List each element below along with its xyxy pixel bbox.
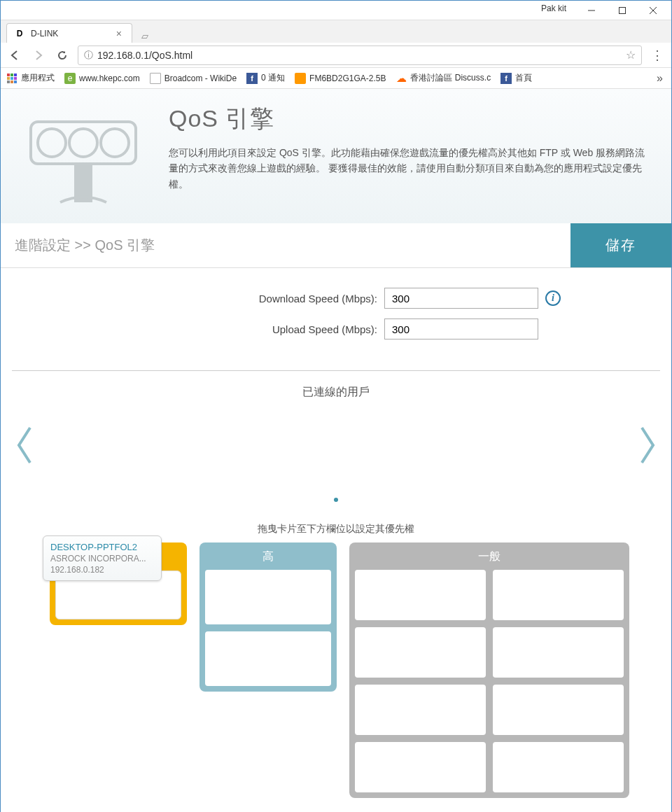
bookmark-apps[interactable]: 應用程式 xyxy=(6,72,55,84)
bookmark-star-icon[interactable]: ☆ xyxy=(626,48,636,62)
forward-button[interactable] xyxy=(30,47,47,64)
minimize-button[interactable] xyxy=(576,1,607,20)
save-button[interactable]: 儲存 xyxy=(570,223,671,267)
client-ip: 192.168.0.182 xyxy=(50,565,154,575)
bookmark-label: 應用程式 xyxy=(21,72,55,84)
drop-slot[interactable] xyxy=(355,627,486,678)
page-title: QoS 引擎 xyxy=(169,103,650,135)
bookmark-item[interactable]: ☁ 香港討論區 Discuss.c xyxy=(396,72,491,84)
svg-rect-7 xyxy=(7,77,10,80)
page-viewport[interactable]: QoS 引擎 您可以利用此項目來設定 QoS 引擎。此功能藉由確保您遊戲流量的優… xyxy=(1,89,671,812)
bookmarks-overflow-button[interactable]: » xyxy=(657,72,666,85)
site-icon: e xyxy=(64,73,76,84)
apps-icon xyxy=(6,73,18,84)
download-input[interactable] xyxy=(384,288,538,309)
divider xyxy=(12,370,660,371)
bookmark-item[interactable]: FM6BD2G1GA-2.5B xyxy=(295,73,386,84)
address-bar[interactable]: ⓘ 192.168.0.1/QoS.html ☆ xyxy=(78,46,642,65)
priority-high-label: 高 xyxy=(205,550,331,564)
client-vendor: ASROCK INCORPORA... xyxy=(50,554,154,564)
upload-row: Upload Speed (Mbps): xyxy=(15,318,657,340)
maximize-button[interactable] xyxy=(607,1,638,20)
page-content: QoS 引擎 您可以利用此項目來設定 QoS 引擎。此功能藉由確保您遊戲流量的優… xyxy=(1,89,671,812)
tab-close-button[interactable]: × xyxy=(113,28,125,39)
speed-form: Download Speed (Mbps): i Upload Speed (M… xyxy=(1,268,671,363)
download-row: Download Speed (Mbps): i xyxy=(15,288,657,309)
bookmark-label: Broadcom - WikiDe xyxy=(164,74,237,83)
svg-rect-8 xyxy=(10,77,13,80)
drop-slot[interactable] xyxy=(355,685,486,735)
bookmark-label: 首頁 xyxy=(515,72,532,84)
drop-slot[interactable] xyxy=(493,627,624,678)
client-card[interactable]: DESKTOP-PPTFOL2 ASROCK INCORPORA... 192.… xyxy=(43,536,162,581)
client-carousel xyxy=(1,414,671,484)
priority-normal-zone[interactable]: 一般 xyxy=(349,542,629,798)
browser-tab[interactable]: D D-LINK × xyxy=(6,23,132,43)
back-button[interactable] xyxy=(6,47,23,64)
close-window-button[interactable] xyxy=(638,1,668,20)
tab-title: D-LINK xyxy=(31,29,113,38)
drop-slot[interactable] xyxy=(355,570,486,620)
window-titlebar: Pak kit xyxy=(1,1,671,20)
client-card-wrapper: DESKTOP-PPTFOL2 ASROCK INCORPORA... 192.… xyxy=(50,542,187,625)
page-header: QoS 引擎 您可以利用此項目來設定 QoS 引擎。此功能藉由確保您遊戲流量的優… xyxy=(1,89,671,223)
svg-rect-12 xyxy=(14,80,17,83)
facebook-icon: f xyxy=(246,73,258,84)
page-description: 您可以利用此項目來設定 QoS 引擎。此功能藉由確保您遊戲流量的優先權高於其他如… xyxy=(169,145,650,192)
facebook-icon: f xyxy=(500,73,512,84)
svg-point-15 xyxy=(69,129,97,157)
bookmarks-bar: 應用程式 e www.hkepc.com Broadcom - WikiDe f… xyxy=(1,68,671,89)
bookmark-label: FM6BD2G1GA-2.5B xyxy=(309,74,386,83)
browser-window: Pak kit D D-LINK × ▱ ⓘ 192.16 xyxy=(0,0,672,812)
carousel-dot[interactable] xyxy=(334,498,338,502)
sub-toolbar: 進階設定 >> QoS 引擎 儲存 xyxy=(1,223,671,268)
drop-slot[interactable] xyxy=(493,570,624,620)
svg-point-16 xyxy=(101,129,129,157)
priority-high-zone[interactable]: 高 xyxy=(200,542,337,692)
browser-menu-button[interactable]: ⋮ xyxy=(649,47,666,64)
drop-slot[interactable] xyxy=(205,631,331,686)
upload-input[interactable] xyxy=(384,318,538,340)
tab-favicon: D xyxy=(14,28,25,39)
new-tab-button[interactable]: ▱ xyxy=(136,29,153,43)
bookmark-item[interactable]: f 0 通知 xyxy=(246,72,285,84)
tab-strip: D D-LINK × ▱ xyxy=(1,20,671,43)
client-name: DESKTOP-PPTFOL2 xyxy=(50,542,154,552)
download-label: Download Speed (Mbps): xyxy=(111,293,377,304)
page-icon xyxy=(150,73,161,84)
drop-slot[interactable] xyxy=(205,570,331,624)
svg-rect-9 xyxy=(14,77,17,80)
bookmark-label: 0 通知 xyxy=(261,72,285,84)
drop-slot[interactable] xyxy=(493,742,624,792)
bookmark-item[interactable]: f 首頁 xyxy=(500,72,532,84)
svg-rect-1 xyxy=(620,7,626,13)
connected-clients-title: 已連線的用戶 xyxy=(1,385,671,400)
drag-hint: 拖曳卡片至下方欄位以設定其優先權 xyxy=(1,523,671,536)
priority-normal-label: 一般 xyxy=(355,550,624,564)
address-toolbar: ⓘ 192.168.0.1/QoS.html ☆ ⋮ xyxy=(1,43,671,68)
speech-icon: ☁ xyxy=(396,73,407,84)
url-text: 192.168.0.1/QoS.html xyxy=(97,50,622,61)
upload-label: Upload Speed (Mbps): xyxy=(111,323,377,335)
site-info-icon[interactable]: ⓘ xyxy=(84,49,93,62)
window-user-label: Pak kit xyxy=(541,4,566,13)
carousel-prev-button[interactable] xyxy=(15,424,34,474)
reload-button[interactable] xyxy=(54,47,71,64)
bookmark-item[interactable]: Broadcom - WikiDe xyxy=(150,73,237,84)
drop-slot[interactable] xyxy=(355,742,486,792)
svg-rect-11 xyxy=(10,80,13,83)
bookmark-item[interactable]: e www.hkepc.com xyxy=(64,73,140,84)
svg-rect-5 xyxy=(10,74,13,76)
svg-rect-4 xyxy=(7,74,10,76)
bookmark-label: 香港討論區 Discuss.c xyxy=(410,72,491,84)
carousel-next-button[interactable] xyxy=(638,424,657,474)
drop-slot[interactable] xyxy=(493,685,624,735)
svg-point-14 xyxy=(38,129,66,157)
hero-text: QoS 引擎 您可以利用此項目來設定 QoS 引擎。此功能藉由確保您遊戲流量的優… xyxy=(169,97,650,209)
site-icon xyxy=(295,73,306,84)
traffic-light-icon xyxy=(15,97,155,209)
svg-rect-6 xyxy=(14,74,17,76)
bookmark-label: www.hkepc.com xyxy=(79,74,140,83)
info-icon[interactable]: i xyxy=(545,290,561,306)
svg-rect-10 xyxy=(7,80,10,83)
